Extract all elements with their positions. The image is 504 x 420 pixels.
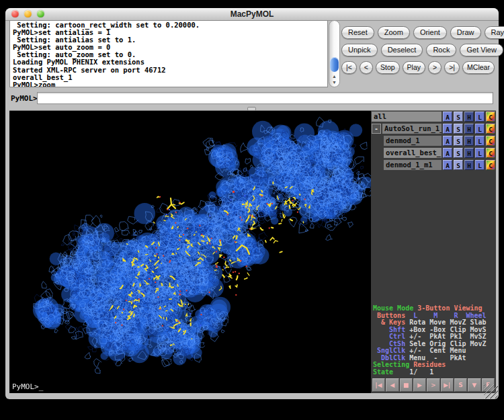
mouse-panel-text: +/- Cent Menu [409,347,466,354]
mouse-panel-text: 3-Button Viewing [417,304,482,312]
toolbar-row-3: |<<StopPlay>>|MClear [341,61,499,74]
menu-a-button[interactable]: A [443,112,452,122]
mouse-panel-text: Buttons [373,312,413,319]
menu-a-button[interactable]: A [443,136,452,146]
unpick-button[interactable]: Unpick [341,44,378,56]
vcr-last-button[interactable]: ▶| [441,378,454,392]
draw-button[interactable]: Draw [450,26,481,39]
object-name[interactable]: all [372,112,442,122]
electron-density-mesh-canvas[interactable] [9,111,371,393]
object-row-overall-best-1: overall_best_1ASHLC [372,147,495,158]
menu-h-button[interactable]: H [464,112,474,122]
menu-l-button[interactable]: L [475,148,485,158]
mouse-panel-text: Mouse Mode [373,304,417,312]
menu-c-button[interactable]: C [486,112,495,122]
object-row-all: allASHLC [372,111,495,122]
mouse-panel-text: +Box -Box Clip MovS [409,326,486,333]
reset-button[interactable]: Reset [341,26,374,39]
console-line: PyMOL>zoom [13,81,327,87]
zoom-button[interactable]: Zoom [378,26,410,39]
menu-s-button[interactable]: S [454,148,463,158]
mouse-mode-panel[interactable]: Mouse Mode 3-Button Viewing Buttons L M … [373,305,495,376]
vcr-back-button[interactable]: ◀ [386,378,398,392]
macpymol-window: MacPyMOL Setting: cartoon_rect_width set… [5,8,499,399]
deselect-button[interactable]: Deselect [381,44,423,56]
menu-h-button[interactable]: H [464,148,474,158]
indent-spacer [372,148,382,158]
object-name[interactable]: denmod_1_m1 [384,160,442,170]
scroll-up-icon[interactable]: ▲ [329,74,339,79]
menu-l-button[interactable]: L [475,136,485,146]
stop-button[interactable]: Stop [376,61,400,74]
mouse-panel-text: & Keys [373,319,409,326]
mouse-panel-text: State [373,368,393,376]
console-log[interactable]: Setting: cartoon_rect_width set to 0.200… [9,20,328,87]
btn-button[interactable]: >| [444,61,460,74]
vcr-play-button[interactable]: ▶ [413,378,426,392]
menu-h-button[interactable]: H [464,124,474,134]
expander-icon[interactable]: - [372,124,381,134]
object-row-denmod-1-m1: denmod_1_m1ASHLC [372,159,495,170]
menu-l-button[interactable]: L [475,124,485,134]
mouse-panel-text: Shft [373,326,409,333]
rock-button[interactable]: Rock [426,44,456,56]
title-bar[interactable]: MacPyMOL [5,8,499,21]
object-name[interactable]: denmod_1 [384,136,442,146]
menu-c-button[interactable]: C [486,160,495,170]
movie-controls: |◀◀■▶>▶|S▼F [372,378,495,392]
window-title: MacPyMOL [5,9,499,19]
menu-l-button[interactable]: L [475,160,485,170]
vcr-fwd-button[interactable]: > [427,378,439,392]
viewport-prompt: PyMOL>_ [12,382,43,391]
btn-button[interactable]: |< [341,61,357,74]
indent-spacer [372,160,382,170]
vcr-s-button[interactable]: S [454,378,467,392]
mouse-panel-text: Sele Orig Clip MovZ [409,340,486,347]
viewport-3d[interactable]: PyMOL>_ [9,111,371,393]
menu-c-button[interactable]: C [486,124,495,134]
prompt-label: PyMOL> [11,94,38,103]
ray-button[interactable]: Ray [485,26,504,39]
internal-gui-panel: allASHLC-AutoSol_run_1_ASHLCdenmod_1ASHL… [371,111,496,393]
menu-h-button[interactable]: H [464,136,474,146]
menu-s-button[interactable]: S [454,124,463,134]
play-button[interactable]: Play [403,61,425,74]
menu-s-button[interactable]: S [454,160,463,170]
mouse-panel-text: Menu - PkAt [409,354,466,362]
vcr-stop-button[interactable]: ■ [400,378,413,392]
orient-button[interactable]: Orient [413,26,447,39]
mouse-panel-text: SnglClk [373,347,409,354]
menu-c-button[interactable]: C [486,148,495,158]
menu-a-button[interactable]: A [443,148,452,158]
gl-area: PyMOL>_ allASHLC-AutoSol_run_1_ASHLCdenm… [9,110,496,393]
command-input[interactable] [37,92,493,104]
get-view-button[interactable]: Get View [460,44,503,56]
mouse-panel-text: +/- PkAt Pk1 MvSZ [409,333,486,340]
resize-grip[interactable] [484,384,498,398]
menu-h-button[interactable]: H [464,160,474,170]
mclear-button[interactable]: MClear [462,61,495,74]
menu-s-button[interactable]: S [454,112,463,122]
console-scrollbar[interactable]: ▲ ▼ [329,20,340,87]
mouse-panel-text: L M R Wheel [413,312,486,319]
btn-button[interactable]: > [428,61,442,74]
menu-s-button[interactable]: S [454,136,463,146]
menu-l-button[interactable]: L [475,112,485,122]
mouse-panel-text: CtSh [373,340,409,347]
scrollbar-thumb[interactable] [330,57,339,72]
object-name[interactable]: AutoSol_run_1_ [382,124,442,134]
mouse-panel-line: State 1/ 1 [373,369,495,376]
mouse-panel-text: DblClk [373,354,409,362]
object-name[interactable]: overall_best_1 [384,148,442,158]
vcr-down-button[interactable]: ▼ [468,378,480,392]
console-line: overall_best_1 [13,74,327,81]
vcr-first-button[interactable]: |◀ [372,378,385,392]
scroll-down-icon[interactable]: ▼ [329,80,339,85]
menu-c-button[interactable]: C [486,136,495,146]
object-list: allASHLC-AutoSol_run_1_ASHLCdenmod_1ASHL… [371,111,496,170]
btn-button[interactable]: < [360,61,373,74]
menu-a-button[interactable]: A [443,124,452,134]
console-line: Loading PyMOL PHENIX extensions [13,58,327,66]
object-row-denmod-1: denmod_1ASHLC [372,135,495,146]
menu-a-button[interactable]: A [443,160,452,170]
